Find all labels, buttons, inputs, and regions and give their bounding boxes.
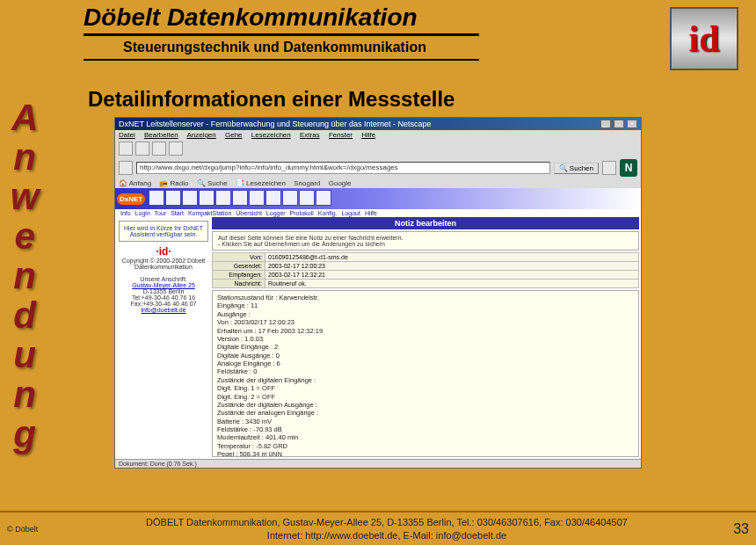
nav-icon[interactable] bbox=[265, 190, 281, 206]
nav-icon[interactable] bbox=[165, 190, 181, 206]
nav-icon[interactable] bbox=[316, 190, 331, 206]
address-link[interactable]: Gustav-Meyer-Allee 25 bbox=[119, 282, 208, 288]
email-link[interactable]: info@doebelt.de bbox=[119, 307, 208, 313]
address-input[interactable]: http://www.dxgo.net/dxgo/jump?info=/info… bbox=[136, 162, 550, 174]
nav-icon[interactable] bbox=[232, 190, 248, 206]
meta-nachricht: Routineruf ok. bbox=[265, 280, 639, 288]
nav-icon[interactable] bbox=[199, 190, 214, 206]
menu-anzeigen[interactable]: Anzeigen bbox=[186, 131, 215, 139]
dxnet-header: DxNET bbox=[115, 188, 641, 209]
company-subtitle: Steuerungstechnik und Datenkommunikation bbox=[0, 40, 756, 55]
menu-lesezeichen[interactable]: Lesezeichen bbox=[251, 131, 291, 139]
print-button[interactable] bbox=[602, 161, 616, 175]
slide-header: Döbelt Datenkommunikation Steuerungstech… bbox=[0, 0, 756, 61]
menu-bar: Datei Bearbeiten Anzeigen Gehe Lesezeich… bbox=[115, 130, 641, 140]
menu-fenster[interactable]: Fenster bbox=[329, 131, 353, 139]
reload-button[interactable] bbox=[152, 142, 166, 156]
bm-snogard[interactable]: Snogard bbox=[294, 179, 320, 187]
bm-anfang[interactable]: Anfang bbox=[129, 179, 151, 187]
window-titlebar[interactable]: DxNET Leitstellenserver - Fernüberwachun… bbox=[115, 118, 641, 130]
assistent-box: Hier wird in Kürze Ihr DxNET Assistent v… bbox=[119, 221, 208, 242]
fax-text: Fax:+49-30-46 40 46 07 bbox=[119, 301, 208, 307]
main-panel: Notiz bearbeiten Auf dieser Seite können… bbox=[212, 217, 641, 459]
minimize-button[interactable]: _ bbox=[600, 120, 611, 128]
forward-button[interactable] bbox=[135, 142, 149, 156]
bm-radio[interactable]: Radio bbox=[171, 179, 189, 187]
meta-von: 016090125486@t-d1-sms.de bbox=[265, 253, 639, 262]
mini-logo-icon: ·id· bbox=[119, 245, 208, 258]
meta-table: Von:016090125486@t-d1-sms.de Gesendet:20… bbox=[212, 252, 639, 288]
bookmark-toolbar: 🏠 Anfang 📻 Radio 🔍 Suche 📑 Lesezeichen S… bbox=[115, 178, 641, 188]
address-toolbar: http://www.dxgo.net/dxgo/jump?info=/info… bbox=[115, 157, 641, 178]
browser-statusbar: Dokument: Done (0.76 Sek.) bbox=[115, 459, 641, 468]
station-data-box[interactable]: Stationszustand für : Karwendelstr.Eingä… bbox=[212, 290, 639, 457]
netscape-logo-icon: N bbox=[620, 159, 637, 177]
search-button[interactable]: 🔍 Suchen bbox=[554, 163, 599, 174]
side-label: Anwendung bbox=[9, 97, 40, 453]
footer-contact: Internet: http://www.doebelt.de, E-Mail:… bbox=[69, 529, 705, 541]
nav-toolbar bbox=[115, 140, 641, 157]
footer-copyright: © Döbelt bbox=[7, 525, 69, 534]
nav-icon[interactable] bbox=[299, 190, 315, 206]
menu-extras[interactable]: Extras bbox=[300, 131, 320, 139]
maximize-button[interactable]: □ bbox=[614, 120, 624, 128]
bookmark-icon[interactable] bbox=[119, 161, 133, 175]
slide-footer: © Döbelt DÖBELT Datenkommunikation, Gust… bbox=[0, 511, 756, 545]
back-button[interactable] bbox=[119, 142, 133, 156]
instruction-box: Auf dieser Seite können Sie eine Notiz z… bbox=[212, 231, 639, 251]
city-text: D-13355 Berlin bbox=[119, 288, 208, 294]
nav-icon[interactable] bbox=[182, 190, 198, 206]
page-content: DxNET Info Login Tour Start KompaktStati… bbox=[115, 188, 641, 459]
menu-gehe[interactable]: Gehe bbox=[225, 131, 243, 139]
meta-gesendet: 2003-02-17 12:00:23 bbox=[265, 262, 639, 271]
notiz-heading: Notiz bearbeiten bbox=[212, 217, 639, 229]
browser-window: DxNET Leitstellenserver - Fernüberwachun… bbox=[114, 117, 642, 469]
nav-icon[interactable] bbox=[149, 190, 164, 206]
copyright-text: Copyright © 2000-2002 Döbelt Datenkommun… bbox=[119, 258, 208, 270]
tel-text: Tel:+49-30-46 40 76 16 bbox=[119, 294, 208, 301]
meta-empfangen: 2003-02-17 12:32:21 bbox=[265, 271, 639, 280]
menu-bearbeiten[interactable]: Bearbeiten bbox=[144, 131, 178, 139]
stop-button[interactable] bbox=[169, 142, 183, 156]
page-title: Detailinformationen einer Messstelle bbox=[62, 84, 738, 117]
footer-address: DÖBELT Datenkommunikation, Gustav-Meyer-… bbox=[69, 516, 705, 528]
close-button[interactable]: × bbox=[627, 120, 637, 128]
window-title: DxNET Leitstellenserver - Fernüberwachun… bbox=[119, 120, 432, 128]
bm-lesezeichen[interactable]: Lesezeichen bbox=[246, 179, 286, 187]
bm-google[interactable]: Google bbox=[329, 179, 352, 187]
menu-datei[interactable]: Datei bbox=[119, 131, 135, 139]
company-title: Döbelt Datenkommunikation bbox=[0, 4, 756, 32]
company-logo: id bbox=[670, 7, 738, 70]
nav-icon[interactable] bbox=[282, 190, 298, 206]
page-number: 33 bbox=[705, 521, 749, 537]
page-sidebar: Hier wird in Kürze Ihr DxNET Assistent v… bbox=[115, 217, 212, 459]
dxnet-nav: Info Login Tour Start KompaktStation Übe… bbox=[115, 209, 641, 217]
anschrift-label: Unsere Anschrift: bbox=[119, 276, 208, 282]
bm-suche[interactable]: Suche bbox=[207, 179, 228, 187]
menu-hilfe[interactable]: Hilfe bbox=[361, 131, 375, 139]
nav-icon[interactable] bbox=[215, 190, 231, 206]
nav-icon[interactable] bbox=[249, 190, 265, 206]
dxnet-logo: DxNET bbox=[117, 193, 145, 205]
